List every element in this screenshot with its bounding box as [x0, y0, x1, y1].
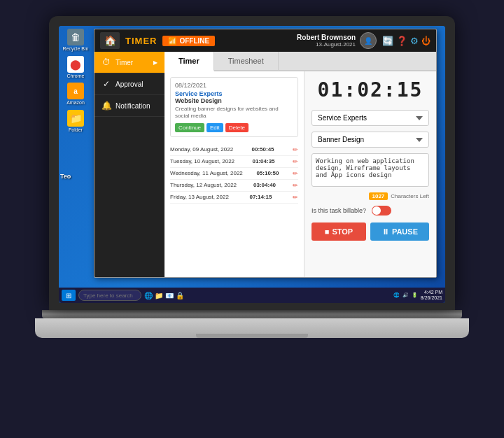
avatar: 👤 — [360, 32, 377, 49]
edit-row-icon[interactable]: ✏ — [293, 182, 298, 189]
icon-label: Chrome — [67, 73, 85, 79]
table-row: Monday, 09 August, 2022 00:50:45 ✏ — [170, 144, 298, 156]
row-date: Wednesday, 11 August, 2022 — [170, 170, 243, 176]
approval-icon: ✓ — [102, 79, 111, 89]
network-icon: 🌐 — [393, 292, 400, 298]
laptop-screen: 🗑 Recycle Bin ⬤ Chrome a Amazon 📁 Folder — [59, 26, 445, 303]
power-icon[interactable]: ⏻ — [421, 36, 430, 46]
table-row: Friday, 13 August, 2022 07:14:15 ✏ — [170, 192, 298, 204]
taskbar-search[interactable] — [78, 290, 141, 301]
icon-label: Recycle Bin — [63, 46, 89, 52]
billable-label: Is this task billable? — [312, 207, 366, 214]
volume-icon: 🔊 — [402, 292, 409, 298]
icon-label: Amazon — [66, 100, 85, 106]
system-tray: 🌐 🔊 🔋 — [393, 292, 418, 298]
delete-button[interactable]: Delete — [225, 123, 248, 132]
user-date: 13-August-2021 — [297, 41, 356, 48]
battery-icon: 🔋 — [412, 292, 418, 298]
laptop-hinge — [42, 310, 462, 318]
sidebar-item-timer[interactable]: ⏱ Timer ▶ — [94, 52, 164, 73]
help-icon[interactable]: ❓ — [396, 36, 407, 46]
continue-button[interactable]: Continue — [175, 123, 204, 132]
sidebar-notification-label: Notification — [115, 102, 150, 110]
home-button[interactable]: 🏠 — [100, 32, 120, 49]
desktop-icon-recyclebin[interactable]: 🗑 Recycle Bin — [62, 29, 90, 52]
content-split: 08/12/2021 Service Experts Website Desig… — [164, 71, 436, 277]
app-tabs: Timer Timesheet — [164, 52, 436, 71]
bell-icon: 🔔 — [102, 101, 111, 111]
task-icon-1[interactable]: 🌐 — [144, 292, 153, 299]
row-duration: 05:10:50 — [256, 170, 279, 176]
start-button[interactable]: ⊞ — [62, 290, 76, 301]
tab-timer[interactable]: Timer — [164, 52, 214, 71]
icon-label: Folder — [69, 127, 83, 133]
billable-row: Is this task billable? — [312, 206, 429, 216]
edit-row-icon[interactable]: ✏ — [293, 158, 298, 165]
app-body: ⏱ Timer ▶ ✓ Approval 🔔 Notification — [94, 52, 436, 277]
time-rows: Monday, 09 August, 2022 00:50:45 ✏ Tuesd… — [170, 144, 298, 204]
billable-toggle[interactable] — [372, 206, 391, 216]
chevron-right-icon: ▶ — [153, 59, 158, 66]
desktop-icon-amazon[interactable]: a Amazon — [62, 83, 90, 106]
sidebar-item-approval[interactable]: ✓ Approval — [94, 73, 164, 95]
desktop-icons: 🗑 Recycle Bin ⬤ Chrome a Amazon 📁 Folder — [62, 29, 90, 133]
sidebar-approval-label: Approval — [115, 80, 143, 88]
entry-date: 08/12/2021 — [175, 82, 293, 89]
description-textarea[interactable]: Working on web application design, Wiref… — [312, 153, 429, 187]
row-date: Tuesday, 10 August, 2022 — [170, 158, 234, 164]
table-row: Wednesday, 11 August, 2022 05:10:50 ✏ — [170, 168, 298, 180]
row-duration: 00:50:45 — [252, 146, 274, 153]
chars-left-row: 1027 Characters Left — [312, 192, 429, 200]
refresh-icon[interactable]: 🔄 — [382, 36, 393, 46]
timer-btn-row: ■ STOP ⏸ PAUSE — [312, 222, 429, 241]
app-title: TIMER — [125, 36, 157, 46]
teo-label: Teo — [60, 173, 71, 180]
user-info: Robert Brownson 13-August-2021 👤 — [297, 32, 377, 49]
table-row: Thursday, 12 August, 2022 03:04:40 ✏ — [170, 180, 298, 192]
sidebar-item-notification[interactable]: 🔔 Notification — [94, 95, 164, 117]
taskbar: ⊞ 🌐 📁 📧 🔒 🌐 🔊 🔋 4:42 — [59, 288, 445, 303]
project-dropdown[interactable]: Banner Design — [312, 132, 429, 148]
windows-desktop: 🗑 Recycle Bin ⬤ Chrome a Amazon 📁 Folder — [59, 26, 445, 303]
row-date: Friday, 13 August, 2022 — [170, 194, 229, 200]
header-icons: 🔄 ❓ ⚙ ⏻ — [382, 36, 430, 46]
edit-button[interactable]: Edit — [206, 123, 223, 132]
offline-badge: 📶 OFFLINE — [162, 36, 215, 46]
pause-button[interactable]: ⏸ PAUSE — [370, 222, 429, 241]
timer-right-panel: 01:02:15 Service Experts Banner Design W… — [304, 71, 436, 277]
timer-list-panel: 08/12/2021 Service Experts Website Desig… — [164, 71, 304, 277]
task-icon-3[interactable]: 📧 — [165, 292, 174, 299]
row-duration: 07:14:15 — [249, 194, 272, 200]
row-duration: 01:04:35 — [253, 158, 275, 164]
taskbar-icons: 🌐 📁 📧 🔒 — [144, 292, 184, 299]
chars-label: Characters Left — [391, 193, 429, 199]
stop-button[interactable]: ■ STOP — [312, 222, 366, 241]
settings-icon[interactable]: ⚙ — [410, 36, 419, 46]
desktop-icon-chrome[interactable]: ⬤ Chrome — [62, 56, 90, 79]
app-window: 🏠 TIMER 📶 OFFLINE Robert Brownson 13-Aug… — [94, 29, 437, 278]
edit-row-icon[interactable]: ✏ — [293, 170, 298, 177]
entry-actions: Continue Edit Delete — [175, 123, 293, 132]
timer-icon: ⏱ — [102, 57, 111, 67]
timer-display: 01:02:15 — [312, 78, 429, 101]
table-row: Tuesday, 10 August, 2022 01:04:35 ✏ — [170, 156, 298, 168]
entry-description: Creating banner designs for websites and… — [175, 106, 293, 120]
task-icon-4[interactable]: 🔒 — [176, 292, 184, 299]
row-date: Thursday, 12 August, 2022 — [170, 182, 237, 188]
desktop-icon-folder[interactable]: 📁 Folder — [62, 110, 90, 133]
user-name: Robert Brownson — [297, 34, 356, 41]
stop-icon: ■ — [325, 227, 330, 236]
task-icon-2[interactable]: 📁 — [155, 292, 163, 299]
edit-row-icon[interactable]: ✏ — [293, 146, 298, 153]
entry-project: Website Design — [175, 97, 293, 104]
laptop-base — [35, 318, 469, 338]
taskbar-time: 4:42 PM 8/26/2021 — [421, 290, 442, 302]
screen-bezel: 🗑 Recycle Bin ⬤ Chrome a Amazon 📁 Folder — [49, 16, 455, 310]
row-date: Monday, 09 August, 2022 — [170, 146, 233, 153]
edit-row-icon[interactable]: ✏ — [293, 194, 298, 201]
client-dropdown[interactable]: Service Experts — [312, 110, 429, 126]
tab-timesheet[interactable]: Timesheet — [214, 52, 279, 70]
app-sidebar: ⏱ Timer ▶ ✓ Approval 🔔 Notification — [94, 52, 164, 277]
toggle-knob — [372, 206, 381, 215]
sidebar-timer-label: Timer — [115, 59, 133, 66]
